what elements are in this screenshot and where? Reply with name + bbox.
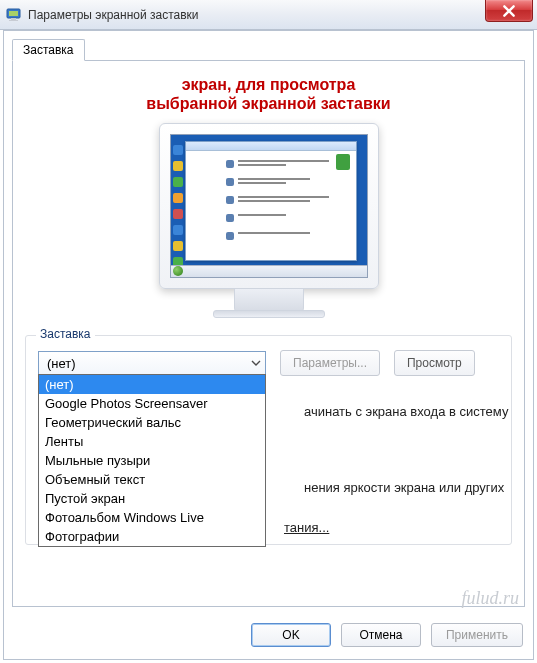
option-none[interactable]: (нет) [39, 375, 265, 394]
client-area: Заставка экран, для просмотра выбранной … [3, 30, 534, 660]
app-icon [6, 7, 22, 23]
ok-button[interactable]: OK [251, 623, 331, 647]
apply-button[interactable]: Применить [431, 623, 523, 647]
option-blank[interactable]: Пустой экран [39, 489, 265, 508]
preview-area [25, 123, 512, 313]
chevron-down-icon [251, 358, 261, 368]
window-title: Параметры экранной заставки [28, 8, 199, 22]
power-text-partial: нения яркости экрана или других [304, 480, 504, 495]
tab-strip: Заставка [12, 39, 85, 61]
annotation-text: экран, для просмотра выбранной экранной … [25, 75, 512, 113]
svg-rect-1 [9, 11, 18, 16]
watermark: fulud.ru [461, 588, 519, 609]
checkbox-label-partial: ачинать с экрана входа в систему [304, 404, 508, 419]
option-windows-live-photos[interactable]: Фотоальбом Windows Live [39, 508, 265, 527]
svg-rect-3 [9, 20, 18, 21]
power-settings-link[interactable]: тания... [284, 520, 329, 535]
option-photos[interactable]: Фотографии [39, 527, 265, 546]
close-button[interactable] [485, 0, 533, 22]
option-google-photos[interactable]: Google Photos Screensaver [39, 394, 265, 413]
titlebar: Параметры экранной заставки [0, 0, 537, 30]
params-button[interactable]: Параметры... [280, 350, 380, 376]
combo-selected-text: (нет) [47, 356, 76, 371]
screensaver-groupbox: Заставка (нет) Параметры... Просмотр ачи… [25, 335, 512, 545]
footer-buttons: OK Отмена Применить [251, 623, 523, 647]
tab-screensaver[interactable]: Заставка [12, 39, 85, 61]
option-ribbons[interactable]: Ленты [39, 432, 265, 451]
option-3d-text[interactable]: Объемный текст [39, 470, 265, 489]
tab-panel: экран, для просмотра выбранной экранной … [12, 60, 525, 607]
close-icon [502, 5, 516, 17]
annotation-line1: экран, для просмотра [25, 75, 512, 94]
cancel-button[interactable]: Отмена [341, 623, 421, 647]
svg-rect-2 [11, 18, 16, 20]
groupbox-legend: Заставка [36, 327, 95, 341]
monitor-preview [159, 123, 379, 313]
preview-button[interactable]: Просмотр [394, 350, 475, 376]
annotation-line2: выбранной экранной заставки [25, 94, 512, 113]
screensaver-dropdown-list[interactable]: (нет) Google Photos Screensaver Геометри… [38, 374, 266, 547]
controls-row: (нет) Параметры... Просмотр [38, 350, 499, 376]
option-geometric-waltz[interactable]: Геометрический вальс [39, 413, 265, 432]
option-bubbles[interactable]: Мыльные пузыри [39, 451, 265, 470]
screensaver-combo[interactable]: (нет) [38, 351, 266, 375]
